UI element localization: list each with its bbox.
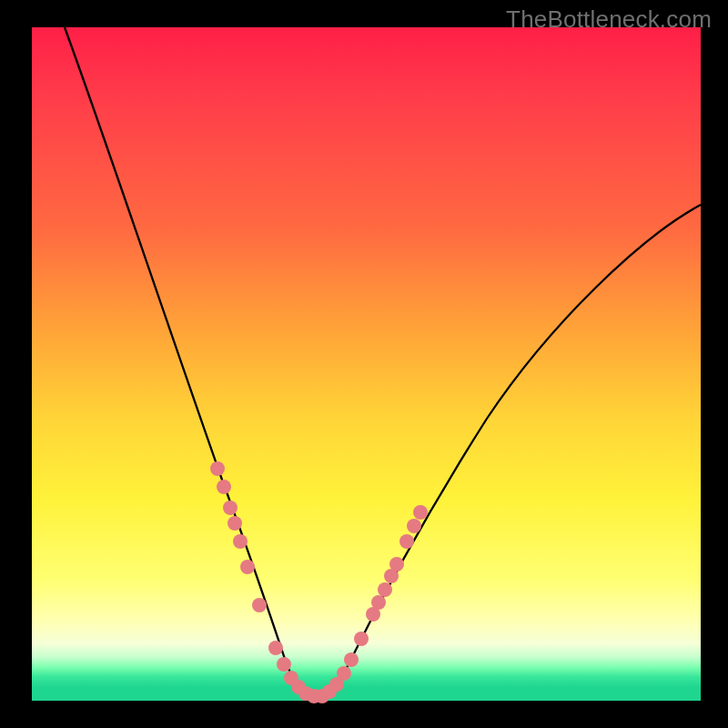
svg-point-25 [407,519,421,533]
sample-dots [210,461,428,703]
svg-point-16 [337,666,351,681]
svg-point-0 [210,461,225,476]
svg-point-17 [344,652,359,667]
outer-frame: TheBottleneck.com [0,0,728,728]
svg-point-23 [389,557,404,571]
svg-point-5 [240,560,255,574]
svg-point-1 [217,480,231,494]
curve-layer [32,27,701,701]
svg-point-21 [378,582,392,597]
svg-point-3 [228,516,242,531]
svg-point-18 [354,632,369,646]
svg-point-8 [277,657,291,672]
svg-point-6 [252,598,267,612]
svg-point-7 [268,641,283,655]
svg-point-4 [233,534,248,549]
svg-point-24 [399,534,414,549]
watermark-text: TheBottleneck.com [506,5,712,34]
svg-point-20 [371,595,386,610]
svg-point-26 [413,505,428,520]
svg-point-2 [223,500,238,515]
